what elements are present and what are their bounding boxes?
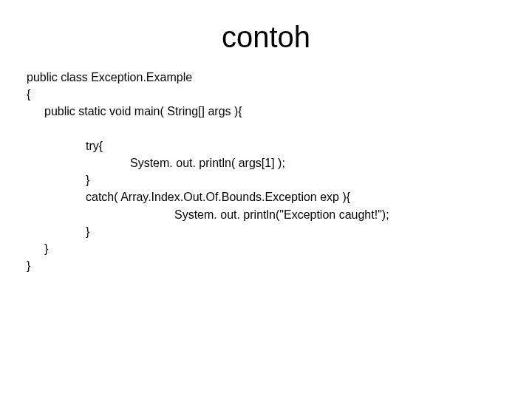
code-line: } [27,240,532,257]
code-line: } [27,257,532,274]
code-line: public class Exception.Example [27,69,532,86]
code-line: } [27,223,532,240]
code-line: System. out. println("Exception caught!"… [27,206,532,223]
code-line: try{ [27,137,532,154]
slide-title: contoh [0,0,532,69]
blank-line [27,120,532,137]
code-line: public static void main( String[] args )… [27,103,532,120]
code-line: } [27,171,532,188]
code-block: public class Exception.Example { public … [0,69,532,274]
code-line: System. out. println( args[1] ); [27,154,532,171]
code-line: catch( Array.Index.Out.Of.Bounds.Excepti… [27,188,532,205]
code-line: { [27,86,532,103]
